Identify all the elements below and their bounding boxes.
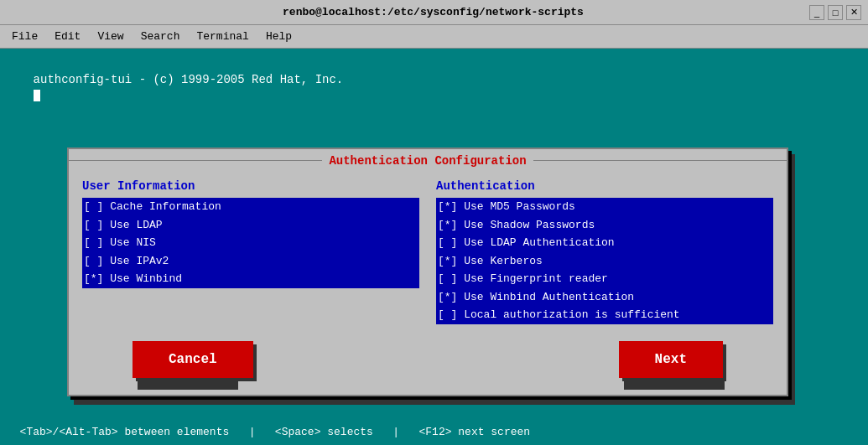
user-info-title: User Information — [82, 179, 419, 193]
minimize-button[interactable]: _ — [809, 5, 824, 20]
checkbox-kerberos[interactable]: [*] Use Kerberos — [436, 252, 773, 271]
checkbox-cache-info[interactable]: [ ] Cache Information — [82, 198, 419, 216]
button-row: Cancel Next — [82, 341, 773, 378]
checkbox-use-nis[interactable]: [ ] Use NIS — [82, 234, 419, 252]
checkbox-use-ipav2[interactable]: [ ] Use IPAv2 — [82, 252, 419, 271]
dialog-title: Authentication Configuration — [322, 154, 533, 168]
menu-terminal[interactable]: Terminal — [188, 28, 257, 44]
checkbox-use-ldap[interactable]: [ ] Use LDAP — [82, 216, 419, 235]
menu-bar: File Edit View Search Terminal Help — [0, 25, 868, 49]
checkbox-winbind-auth[interactable]: [*] Use Winbind Authentication — [436, 288, 773, 307]
window-title: renbo@localhost:/etc/sysconfig/network-s… — [57, 6, 809, 18]
menu-search[interactable]: Search — [133, 28, 189, 44]
dialog-columns: User Information [ ] Cache Information [… — [82, 179, 773, 324]
checkbox-ldap-auth[interactable]: [ ] Use LDAP Authentication — [436, 234, 773, 252]
auth-column: Authentication [*] Use MD5 Passwords [*]… — [436, 179, 773, 324]
restore-button[interactable]: □ — [828, 5, 843, 20]
menu-edit[interactable]: Edit — [46, 28, 89, 44]
terminal-line-1: authconfig-tui - (c) 1999-2005 Red Hat, … — [5, 55, 863, 121]
checkbox-shadow[interactable]: [*] Use Shadow Passwords — [436, 216, 773, 235]
checkbox-fingerprint[interactable]: [ ] Use Fingerprint reader — [436, 270, 773, 288]
status-text: <Tab>/<Alt-Tab> between elements | <Spac… — [20, 426, 531, 438]
checkbox-local-auth[interactable]: [ ] Local authorization is sufficient — [436, 306, 773, 324]
next-button[interactable]: Next — [619, 341, 723, 378]
menu-view[interactable]: View — [89, 28, 132, 44]
checkbox-md5[interactable]: [*] Use MD5 Passwords — [436, 198, 773, 216]
auth-title: Authentication — [436, 179, 773, 193]
cursor — [34, 90, 40, 101]
menu-help[interactable]: Help — [257, 28, 300, 44]
menu-file[interactable]: File — [3, 28, 46, 44]
dialog-body: User Information [ ] Cache Information [… — [69, 171, 787, 395]
checkbox-use-winbind[interactable]: [*] Use Winbind — [82, 270, 419, 288]
dialog: Authentication Configuration User Inform… — [67, 147, 788, 396]
status-bar: <Tab>/<Alt-Tab> between elements | <Spac… — [0, 405, 868, 445]
title-bar: renbo@localhost:/etc/sysconfig/network-s… — [0, 0, 868, 25]
window-controls[interactable]: _ □ ✕ — [809, 5, 861, 20]
close-button[interactable]: ✕ — [846, 5, 861, 20]
dialog-title-area: Authentication Configuration — [69, 149, 787, 171]
cancel-button[interactable]: Cancel — [133, 341, 253, 378]
terminal-area: authconfig-tui - (c) 1999-2005 Red Hat, … — [0, 49, 868, 434]
user-info-column: User Information [ ] Cache Information [… — [82, 179, 419, 324]
